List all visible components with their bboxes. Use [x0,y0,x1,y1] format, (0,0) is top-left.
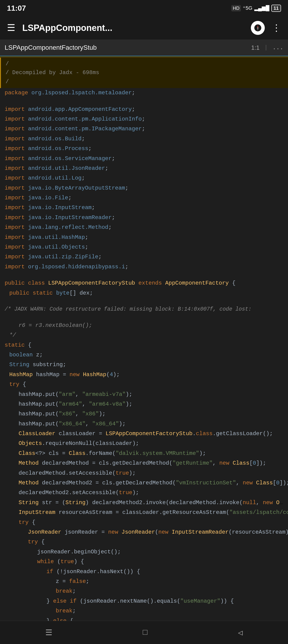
code-import-16: import java.util.zip.ZipFile; [0,252,288,262]
code-hashmap-arm: hashMap.put("arm", "armeabi-v7a"); [0,390,288,399]
code-class-forname: Class<?> cls = Class.forName("dalvik.sys… [0,448,288,458]
code-import-17: import org.lsposed.hiddenapibypass.i; [0,262,288,272]
code-hashmap-arm64: hashMap.put("arm64", "arm64-v8a"); [0,399,288,409]
code-hashmap-x86-64: hashMap.put("x86_64", "x86_64"); [0,419,288,429]
compass-icon[interactable] [251,21,265,35]
code-jsonreader-init: JsonReader jsonReader = new JsonReader(n… [0,527,288,537]
battery-indicator: 11 [271,5,281,12]
file-menu-button[interactable]: ... [272,44,283,51]
code-try-2-open: try { [0,518,288,527]
code-class-decl: public class LSPAppComponentFactoryStub … [0,278,288,288]
bottom-nav: ☰ □ ◁ [0,621,288,644]
code-string-substring: String substring; [0,360,288,370]
code-beginobject: jsonReader.beginObject(); [0,547,288,557]
signal-icon: ⁺5G [243,5,252,11]
code-import-1: import android.app.AppComponentFactory; [0,104,288,114]
code-method-getruntime: Method declaredMethod = cls.getDeclaredM… [0,458,288,468]
home-nav-icon[interactable]: □ [134,626,157,639]
status-icons: HD ⁺5G ▂▄▆█ 11 [231,5,281,12]
file-position: 1:1 [251,44,260,51]
code-import-8: import android.util.Log; [0,173,288,183]
code-if-hasnext: if (!jsonReader.hasNext()) { [0,567,288,577]
more-options-icon[interactable]: ⋮ [270,20,283,36]
code-hashmap-x86: hashMap.put("x86", "x86"); [0,409,288,419]
code-package: package org.lsposed.lspatch.metaloader; [0,88,288,98]
code-break-1: break; [0,586,288,596]
signal-bars-icon: ▂▄▆█ [254,5,270,11]
code-import-4: import android.os.Build; [0,134,288,144]
code-import-3: import android.content.pm.IPackageManage… [0,124,288,134]
code-break-2: break; [0,606,288,616]
code-setaccessible-1: declaredMethod.setAccessible(true); [0,468,288,478]
back-nav-icon[interactable]: ◁ [229,626,252,640]
code-import-7: import android.util.JsonReader; [0,164,288,173]
file-name: LSPAppComponentFactoryStub [5,44,251,51]
hd-label: HD [231,5,241,12]
code-warn-close: */ [0,330,288,340]
code-import-15: import java.util.Objects; [0,242,288,252]
code-import-12: import java.io.InputStreamReader; [0,213,288,222]
code-boolean-z: boolean z; [0,350,288,360]
menu-nav-icon[interactable]: ☰ [36,626,62,640]
code-hashmap-init: HashMap hashMap = new HashMap(4); [0,370,288,380]
status-time: 11:07 [7,4,26,12]
app-bar: ☰ LSPAppComponent... ⋮ [0,16,288,40]
code-import-6: import android.os.ServiceManager; [0,154,288,164]
code-string-invoke: String str = (String) declaredMethod2.in… [0,498,288,508]
code-else-if-usemanager: } else if (jsonReader.nextName().equals(… [0,596,288,606]
code-try-open: try { [0,380,288,389]
code-jadx-warn: /* JADX WARN: Code restructure failed: m… [0,304,288,314]
code-method-vminstruction: Method declaredMethod2 = cls.getDeclared… [0,478,288,488]
code-area: // Decompiled by Jadx - 698ms/ package o… [0,56,288,644]
code-import-13: import java.lang.reflect.Method; [0,222,288,232]
code-objects-require: Objects.requireNonNull(classLoader); [0,439,288,448]
code-import-9: import java.io.ByteArrayOutputStream; [0,183,288,193]
code-import-10: import java.io.File; [0,193,288,203]
code-inputstream-resource: InputStream resourceAsStream = classLoad… [0,508,288,518]
code-classloader: ClassLoader classLoader = LSPAppComponen… [0,429,288,439]
code-warn-r6: r6 = r3.nextBoolean(); [0,320,288,330]
code-z-false: z = false; [0,577,288,586]
code-import-14: import java.util.HashMap; [0,232,288,242]
app-title: LSPAppComponent... [22,23,246,33]
code-try-3-open: try { [0,537,288,547]
file-bar: LSPAppComponentFactoryStub 1:1 | ... [0,40,288,56]
code-static-open: static { [0,340,288,350]
hamburger-menu-icon[interactable]: ☰ [5,20,18,36]
code-import-5: import android.os.Process; [0,144,288,154]
code-import-2: import android.content.pm.ApplicationInf… [0,114,288,124]
code-setaccessible-2: declaredMethod2.setAccessible(true); [0,488,288,498]
code-field-dex: public static byte[] dex; [0,288,288,298]
code-while-true: while (true) { [0,557,288,567]
status-bar: 11:07 HD ⁺5G ▂▄▆█ 11 [0,0,288,16]
code-import-11: import java.io.InputStream; [0,203,288,212]
